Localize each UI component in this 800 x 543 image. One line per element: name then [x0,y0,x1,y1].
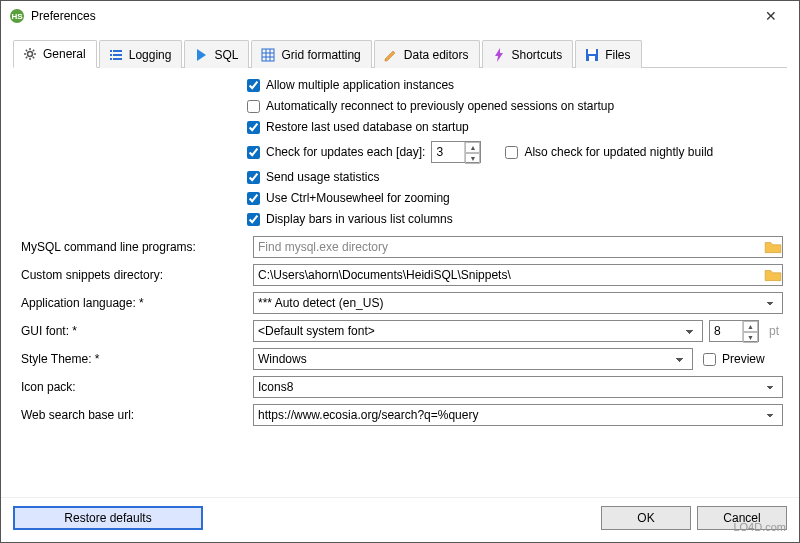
label: Also check for updated nightly build [524,145,713,159]
svg-rect-15 [588,49,596,54]
snippets-input-wrap [253,264,783,286]
update-days-stepper[interactable]: ▲▼ [431,141,481,163]
general-pane: Allow multiple application instances Aut… [13,68,787,497]
check-nightly[interactable] [505,146,518,159]
snippets-input[interactable] [254,265,764,285]
tab-logging[interactable]: Logging [99,40,183,68]
svg-rect-8 [113,58,122,60]
mysql-cmdline-row: MySQL command line programs: [17,236,783,258]
window-title: Preferences [31,9,751,23]
websearch-select[interactable]: https://www.ecosia.org/search?q=%query [253,404,783,426]
tab-label: Shortcuts [512,48,563,62]
footer: Restore defaults OK Cancel [1,497,799,542]
svg-point-2 [28,52,33,57]
tabstrip: General Logging SQL Grid formatting Data… [13,39,787,68]
theme-label: Style Theme: * [17,352,247,366]
tab-general[interactable]: General [13,40,97,68]
tab-label: Files [605,48,630,62]
tab-sql[interactable]: SQL [184,40,249,68]
snippets-label: Custom snippets directory: [17,268,247,282]
theme-select[interactable]: Windows [253,348,693,370]
tab-label: SQL [214,48,238,62]
mysql-label: MySQL command line programs: [17,240,247,254]
content: General Logging SQL Grid formatting Data… [1,31,799,497]
websearch-label: Web search base url: [17,408,247,422]
svg-rect-5 [110,54,112,56]
checkbox[interactable] [247,171,260,184]
cancel-button[interactable]: Cancel [697,506,787,530]
snippets-row: Custom snippets directory: [17,264,783,286]
check-send-stats[interactable]: Send usage statistics [247,170,783,184]
preferences-window: HS Preferences ✕ General Logging SQL Gri… [0,0,800,543]
svg-text:HS: HS [11,12,23,21]
tab-label: Data editors [404,48,469,62]
check-restore-db[interactable]: Restore last used database on startup [247,120,783,134]
spinner[interactable]: ▲▼ [742,321,758,341]
mysql-input-wrap [253,236,783,258]
gear-icon [22,46,38,62]
ok-button[interactable]: OK [601,506,691,530]
tab-grid[interactable]: Grid formatting [251,40,371,68]
iconpack-select[interactable]: Icons8 [253,376,783,398]
label: Restore last used database on startup [266,120,469,134]
play-icon [193,47,209,63]
update-days-value[interactable] [432,142,464,162]
checkbox[interactable] [247,79,260,92]
guifont-row: GUI font: * <Default system font> ▲▼ pt [17,320,783,342]
guifont-size-value[interactable] [710,321,742,341]
label: Display bars in various list columns [266,212,453,226]
folder-icon[interactable] [764,266,782,284]
websearch-row: Web search base url: https://www.ecosia.… [17,404,783,426]
iconpack-row: Icon pack: Icons8 [17,376,783,398]
pt-label: pt [765,324,783,338]
checkbox[interactable] [247,213,260,226]
checkbox-group: Allow multiple application instances Aut… [247,78,783,226]
svg-rect-7 [110,58,112,60]
guifont-select[interactable]: <Default system font> [253,320,703,342]
check-auto-reconnect[interactable]: Automatically reconnect to previously op… [247,99,783,113]
iconpack-label: Icon pack: [17,380,247,394]
svg-rect-6 [113,54,122,56]
guifont-label: GUI font: * [17,324,247,338]
list-icon [108,47,124,63]
svg-rect-3 [110,50,112,52]
label: Preview [722,352,765,366]
label: Automatically reconnect to previously op… [266,99,614,113]
language-row: Application language: * *** Auto detect … [17,292,783,314]
folder-icon[interactable] [764,238,782,256]
pencil-icon [383,47,399,63]
save-icon [584,47,600,63]
preview-check[interactable]: Preview [703,352,783,366]
guifont-size-stepper[interactable]: ▲▼ [709,320,759,342]
language-select[interactable]: *** Auto detect (en_US) [253,292,783,314]
check-updates[interactable] [247,146,260,159]
lightning-icon [491,47,507,63]
close-button[interactable]: ✕ [751,1,791,31]
checkbox[interactable] [247,121,260,134]
label: Check for updates each [day]: [266,145,425,159]
checkbox[interactable] [703,353,716,366]
app-icon: HS [9,8,25,24]
tab-label: Logging [129,48,172,62]
svg-rect-9 [262,49,274,61]
titlebar: HS Preferences ✕ [1,1,799,31]
label: Use Ctrl+Mousewheel for zooming [266,191,450,205]
check-display-bars[interactable]: Display bars in various list columns [247,212,783,226]
label: Send usage statistics [266,170,379,184]
language-label: Application language: * [17,296,247,310]
check-multi-instances[interactable]: Allow multiple application instances [247,78,783,92]
grid-icon [260,47,276,63]
checkbox[interactable] [247,100,260,113]
tab-label: General [43,47,86,61]
check-ctrl-wheel[interactable]: Use Ctrl+Mousewheel for zooming [247,191,783,205]
tab-shortcuts[interactable]: Shortcuts [482,40,574,68]
tab-dataeditors[interactable]: Data editors [374,40,480,68]
mysql-input[interactable] [254,237,764,257]
theme-row: Style Theme: * Windows Preview [17,348,783,370]
spinner[interactable]: ▲▼ [464,142,480,162]
label: Allow multiple application instances [266,78,454,92]
tab-files[interactable]: Files [575,40,641,68]
restore-defaults-button[interactable]: Restore defaults [13,506,203,530]
checkbox[interactable] [247,192,260,205]
tab-label: Grid formatting [281,48,360,62]
